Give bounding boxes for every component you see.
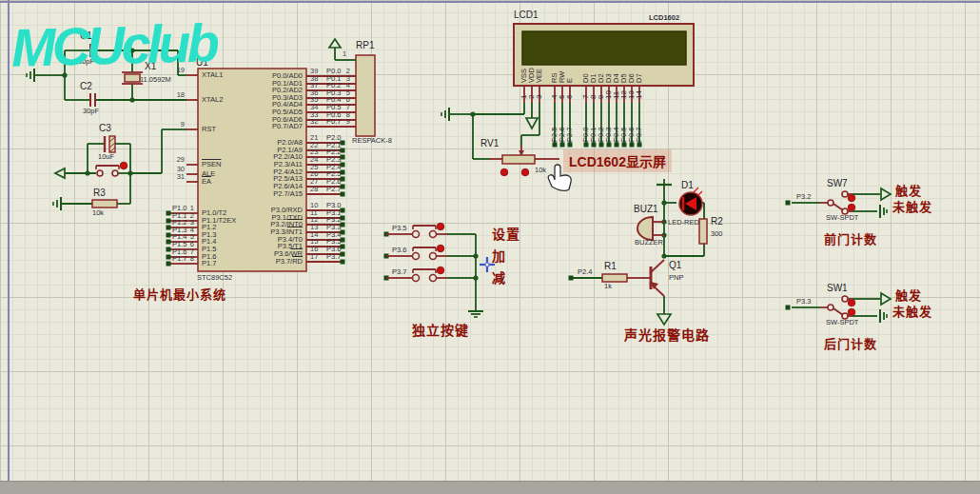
toggle-dot[interactable] (521, 168, 529, 176)
canvas-bottom-strip (0, 481, 980, 494)
power-arrow-icon (55, 168, 65, 178)
component-value: 1k (604, 283, 612, 290)
mcuclub-watermark: MCUclub (10, 16, 216, 75)
lcd-pin-number: 6 (564, 86, 575, 99)
led-emit-arrow (697, 191, 702, 196)
net-terminal-dot (599, 143, 604, 148)
pin-name-text: RST (202, 125, 216, 133)
junction-dot (661, 200, 666, 205)
net-terminal-dot (560, 143, 565, 148)
contact-terminal[interactable] (430, 231, 437, 238)
net-terminal-dot (786, 201, 791, 206)
power-arrow-icon (329, 39, 341, 48)
pin-number: 9 (169, 121, 185, 128)
switch-state-off: 未触发 (892, 306, 932, 319)
contact-terminal[interactable] (430, 253, 437, 260)
respack[interactable] (356, 55, 375, 136)
resistor[interactable] (602, 274, 627, 282)
lcd-section-caption: LCD1602显示屏 (563, 149, 672, 172)
net-label: P3.5 (392, 225, 406, 232)
component-ref: SW7 (827, 179, 848, 189)
toggle-dot[interactable] (437, 245, 444, 252)
toggle-dot[interactable] (848, 194, 855, 202)
contact-terminal[interactable] (413, 275, 420, 282)
pin-number: 29 (169, 156, 185, 164)
led-emit-arrow (694, 188, 698, 192)
contact-terminal[interactable] (112, 170, 118, 176)
sheet-border-left (8, 0, 10, 481)
contact-terminal[interactable] (413, 253, 420, 260)
net-label: P0.7 (634, 107, 644, 142)
pin-name-overline: EA (202, 177, 211, 186)
net-terminal-dot (584, 143, 589, 148)
component-ref: C2 (80, 82, 92, 92)
section-caption: 单片机最小系统 (133, 288, 226, 302)
contact-terminal[interactable] (828, 200, 833, 206)
net-terminal-dot (569, 276, 574, 281)
component-part: PNP (669, 274, 683, 282)
junction-dot (473, 275, 478, 280)
pin-name: P0.7/AD7 (215, 123, 303, 130)
net-terminal-dot (637, 143, 642, 148)
switch-state-on: 触发 (895, 185, 922, 198)
toggle-dot[interactable] (848, 204, 855, 211)
junction-dot (85, 170, 89, 175)
net-terminal-dot (167, 211, 171, 216)
pin-name-text: P3.7/ (276, 257, 293, 266)
net-terminal-dot (167, 226, 171, 230)
pin-number: 18 (169, 91, 185, 99)
net-terminal-dot (167, 219, 171, 224)
pin-number: 32 (310, 118, 318, 126)
contact-terminal[interactable] (413, 231, 420, 238)
button-function-label: 设置 (492, 227, 520, 242)
toggle-dot[interactable] (437, 223, 444, 230)
component-ref: C3 (99, 124, 111, 134)
component-part: LED-RED (668, 219, 699, 227)
potentiometer[interactable] (502, 155, 535, 164)
contact-terminal[interactable] (842, 296, 848, 302)
pin-name: P3.7/RD (215, 258, 303, 266)
pin-number: 28 (310, 186, 318, 193)
toggle-dot[interactable] (437, 267, 444, 274)
toggle-dot[interactable] (848, 299, 855, 306)
net-terminal-dot (622, 143, 627, 148)
ground-arrow-icon (657, 314, 671, 325)
resistor[interactable] (699, 219, 707, 244)
component-part: SW-SPDT (826, 319, 858, 326)
component-ref: R3 (93, 188, 106, 199)
crystal[interactable] (125, 74, 140, 82)
component-ref: R1 (604, 262, 617, 272)
resistor[interactable] (92, 200, 117, 207)
net-terminal-dot (607, 143, 612, 148)
power-arrow-icon (881, 293, 891, 305)
toggle-dot[interactable] (500, 168, 508, 176)
contact-terminal[interactable] (430, 275, 437, 282)
component-part: RESPACK-8 (352, 137, 392, 145)
contact-terminal[interactable] (97, 170, 103, 176)
junction-dot (470, 111, 475, 116)
net-terminal-dot (568, 143, 573, 148)
net-terminal-dot (167, 247, 171, 252)
switch-lever (833, 204, 843, 210)
toggle-dot[interactable] (120, 162, 127, 169)
toggle-dot[interactable] (848, 308, 855, 316)
section-caption: 声光报警电路 (624, 328, 710, 343)
component-ref: BUZ1 (634, 205, 658, 215)
section-caption: 独立按键 (412, 324, 469, 338)
component-ref: Q1 (669, 261, 681, 271)
component-value: 30pF (83, 108, 99, 115)
net-terminal-dot (167, 233, 171, 238)
section-caption: 后门计数 (824, 338, 877, 351)
net-label: P3.3 (796, 298, 811, 306)
schematic-canvas: MCUclub LCD1602显示屏 U1STC89C5219XTAL118XT… (0, 0, 980, 494)
pin-name-overline: RD (292, 257, 303, 266)
hand-cursor-icon (542, 160, 575, 194)
component-part: SW-SPDT (826, 214, 858, 222)
lcd-pin-number: 3 (534, 86, 544, 99)
switch-state-on: 触发 (895, 289, 922, 303)
buzzer[interactable] (637, 217, 653, 240)
pin-number: 17 (310, 253, 318, 261)
respack-pin-number: 9 (340, 118, 350, 126)
contact-terminal[interactable] (828, 305, 833, 310)
contact-terminal[interactable] (842, 191, 848, 197)
